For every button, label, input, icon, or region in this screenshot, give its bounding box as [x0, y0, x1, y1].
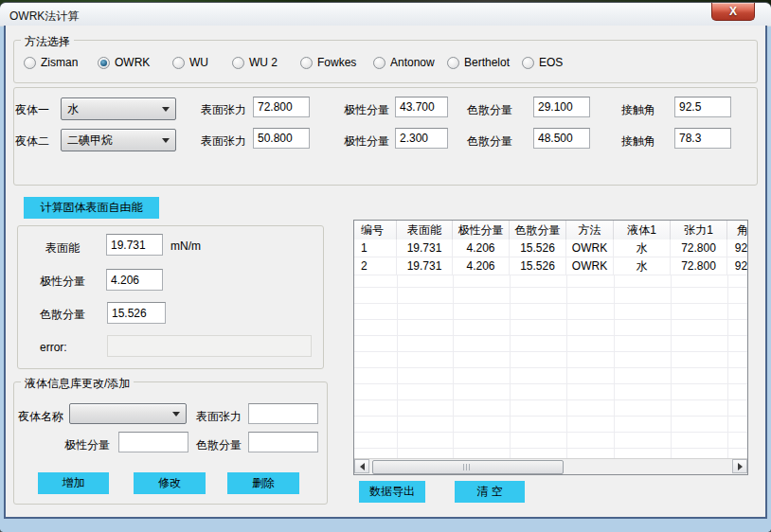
radio-label: OWRK [115, 56, 150, 69]
col-header-tension1[interactable]: 张力1 [671, 221, 727, 239]
col-header-method[interactable]: 方法 [566, 221, 614, 239]
cell-angle1: 92.5 [727, 257, 748, 275]
liquid1-selected-value: 水 [62, 101, 79, 117]
add-button[interactable]: 增加 [38, 472, 109, 494]
liquid1-angle-input[interactable] [674, 97, 731, 117]
table-header-row: 编号 表面能 极性分量 色散分量 方法 液体1 张力1 角1 [354, 221, 747, 240]
liquid2-combobox[interactable]: 二碘甲烷 [61, 129, 176, 151]
liquid1-label: 夜体一 [15, 102, 49, 118]
radio-circle-icon [300, 57, 313, 69]
radio-label: Fowkes [317, 56, 356, 69]
cell-tension1: 72.800 [671, 257, 727, 275]
cell-liquid1: 水 [614, 239, 671, 257]
cell-polar: 4.206 [453, 257, 510, 275]
radio-owrk[interactable]: OWRK [98, 56, 150, 69]
col-header-liquid1[interactable]: 液体1 [614, 221, 671, 239]
arrow-right-icon [738, 463, 746, 470]
liquid1-angle-label: 接触角 [621, 102, 655, 118]
radio-label: Berthelot [464, 56, 510, 69]
radio-wu[interactable]: WU [172, 56, 208, 69]
energy-label: 表面能 [45, 240, 80, 257]
radio-circle-icon [522, 57, 534, 69]
delete-button[interactable]: 删除 [227, 472, 299, 494]
radio-circle-icon [447, 57, 459, 69]
modify-button[interactable]: 修改 [134, 472, 206, 494]
scroll-right-button[interactable] [732, 459, 747, 473]
dropdown-arrow-icon [162, 138, 170, 147]
error-output [107, 335, 312, 357]
scrollbar-thumb[interactable] [372, 460, 564, 474]
radio-label: WU 2 [249, 56, 278, 69]
col-header-polar[interactable]: 极性分量 [453, 221, 510, 239]
energy-output[interactable] [106, 234, 163, 256]
error-label: error: [40, 341, 67, 354]
radio-label: Zisman [41, 56, 78, 69]
liquid-db-title: 液体信息库更改/添加 [21, 376, 134, 392]
db-disp-label: 色散分量 [196, 437, 242, 453]
liquid2-selected-value: 二碘甲烷 [62, 133, 113, 149]
radio-circle-icon [373, 57, 386, 69]
clear-button[interactable]: 清 空 [455, 481, 525, 503]
col-header-angle1[interactable]: 角1 [727, 221, 748, 239]
liquid1-polar-label: 极性分量 [344, 102, 389, 118]
radio-berthelot[interactable]: Berthelot [447, 56, 510, 69]
db-name-combobox[interactable] [69, 403, 187, 424]
radio-antonow[interactable]: Antonow [373, 56, 435, 69]
cell-method: OWRK [566, 239, 614, 257]
horizontal-scrollbar[interactable] [354, 458, 747, 474]
liquid1-tension-input[interactable] [253, 97, 310, 117]
results-table: 编号 表面能 极性分量 色散分量 方法 液体1 张力1 角1 1 19.731 … [353, 220, 748, 475]
window-title: OWRK法计算 [9, 9, 79, 25]
cell-liquid1: 水 [614, 257, 671, 275]
result-polar-label: 极性分量 [40, 274, 85, 290]
dropdown-arrow-icon [162, 107, 170, 115]
radio-circle-icon [24, 57, 36, 69]
col-header-id[interactable]: 编号 [354, 221, 397, 239]
title-bar [0, 3, 771, 27]
radio-fowkes[interactable]: Fowkes [300, 56, 356, 69]
db-disp-input[interactable] [248, 432, 318, 452]
export-button[interactable]: 数据导出 [359, 481, 425, 503]
radio-zisman[interactable]: Zisman [24, 56, 78, 69]
table-row[interactable]: 1 19.731 4.206 15.526 OWRK 水 72.800 92.5 [354, 239, 747, 257]
dropdown-arrow-icon [172, 412, 180, 420]
radio-wu2[interactable]: WU 2 [232, 56, 278, 69]
radio-selected-icon [98, 57, 110, 69]
cell-angle1: 92.5 [727, 239, 748, 257]
liquid2-disp-label: 色散分量 [467, 133, 512, 150]
col-header-disp[interactable]: 色散分量 [510, 221, 566, 239]
close-button[interactable]: X [711, 3, 755, 21]
method-group-title: 方法选择 [21, 34, 74, 50]
table-row[interactable]: 2 19.731 4.206 15.526 OWRK 水 72.800 92.5 [354, 257, 747, 275]
radio-circle-icon [232, 57, 244, 69]
table-body: 1 19.731 4.206 15.526 OWRK 水 72.800 92.5… [354, 239, 747, 459]
db-tension-input[interactable] [248, 403, 318, 424]
scroll-left-button[interactable] [354, 459, 369, 473]
calculate-button[interactable]: 计算固体表面自由能 [24, 197, 159, 219]
liquid1-combobox[interactable]: 水 [61, 98, 176, 120]
radio-label: WU [189, 56, 208, 69]
liquid1-polar-input[interactable] [395, 97, 448, 117]
col-header-energy[interactable]: 表面能 [397, 221, 453, 239]
energy-unit: mN/m [170, 239, 201, 253]
liquid1-disp-input[interactable] [533, 97, 590, 117]
liquid2-tension-input[interactable] [253, 128, 310, 149]
cell-tension1: 72.800 [671, 239, 727, 257]
result-polar-output[interactable] [106, 269, 163, 291]
liquid2-polar-label: 极性分量 [344, 133, 389, 150]
radio-eos[interactable]: EOS [522, 56, 563, 69]
result-disp-output[interactable] [107, 302, 166, 324]
liquid2-angle-label: 接触角 [621, 133, 655, 150]
cell-method: OWRK [566, 257, 614, 275]
db-tension-label: 表面张力 [196, 409, 242, 425]
result-disp-label: 色散分量 [40, 307, 85, 323]
liquid2-polar-input[interactable] [395, 128, 448, 149]
db-polar-input[interactable] [118, 432, 188, 452]
liquid1-tension-label: 表面张力 [201, 102, 246, 118]
liquid2-tension-label: 表面张力 [201, 133, 246, 150]
liquid2-angle-input[interactable] [674, 128, 731, 149]
liquid2-label: 夜体二 [15, 133, 49, 150]
radio-circle-icon [172, 57, 185, 69]
db-polar-label: 极性分量 [64, 437, 110, 453]
liquid2-disp-input[interactable] [533, 128, 590, 149]
